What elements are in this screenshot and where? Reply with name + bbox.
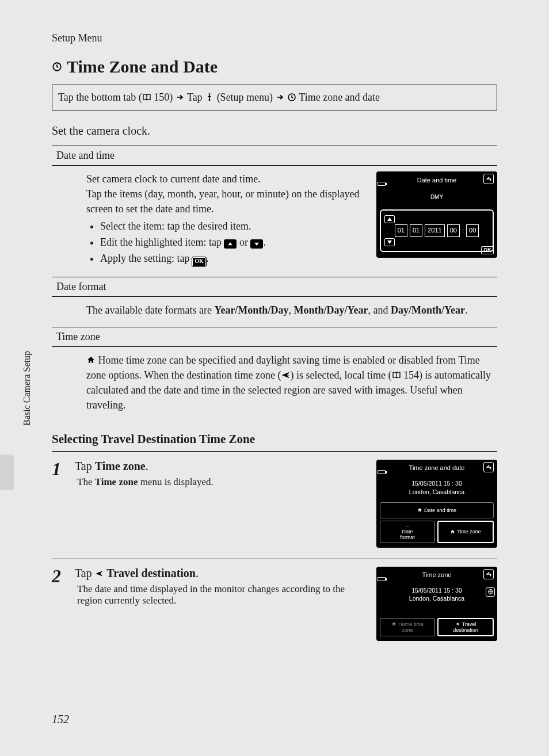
- back-icon: [483, 462, 494, 472]
- month-cell: 01: [410, 224, 422, 237]
- lcd-btn-date-time: Date and time: [380, 502, 494, 518]
- lcd-location: London, Casablanca: [380, 594, 494, 603]
- book-icon: [392, 371, 401, 380]
- step-2-desc: The date and time displayed in the monit…: [75, 583, 368, 606]
- ok-key-icon: OK: [192, 257, 206, 266]
- step-list: 1 Tap Time zone. The Time zone menu is d…: [52, 451, 497, 651]
- book-icon: [142, 93, 151, 102]
- arrow-right-icon: [176, 93, 185, 102]
- page-number: 152: [52, 713, 69, 726]
- section-date-format-head: Date format: [52, 277, 497, 297]
- step-2-title: Tap Travel destination.: [75, 567, 368, 580]
- manual-page: Basic Camera Setup Setup Menu Time Zone …: [0, 0, 549, 756]
- step-2: 2 Tap Travel destination. The date and t…: [52, 559, 497, 651]
- section-time-zone-body: Home time zone can be specified and dayl…: [52, 347, 497, 422]
- subheading: Selecting Travel Destination Time Zone: [52, 432, 497, 446]
- globe-icon: [486, 587, 495, 597]
- side-chapter-label: Basic Camera Setup: [22, 351, 32, 426]
- figure-travel-destination: Time zone 15/05/2011 15 : 30 London, Cas…: [376, 567, 497, 641]
- down-arrow-button: [384, 238, 395, 246]
- lcd-date-panel: 01 01 2011 00: 00: [380, 209, 494, 252]
- lcd-format-label: DMY: [380, 193, 494, 202]
- lcd-location: London, Casablanca: [380, 488, 494, 497]
- lcd-btn-home-time-zone: Home timezone: [380, 618, 435, 636]
- clock-icon: [287, 93, 296, 102]
- step-1-title: Tap Time zone.: [75, 460, 368, 473]
- lcd-title: Time zone: [422, 571, 452, 578]
- year-cell: 2011: [425, 224, 444, 237]
- plane-icon: [281, 371, 291, 380]
- battery-icon: [378, 470, 386, 474]
- side-thumb-tab: [0, 455, 14, 490]
- step-number: 2: [52, 567, 67, 585]
- plane-icon: [95, 569, 104, 578]
- back-icon: [483, 569, 494, 579]
- arrow-right-icon: [276, 93, 285, 102]
- lcd-datetime: 15/05/2011 15 : 30: [380, 586, 494, 595]
- section-date-time-head: Date and time: [52, 146, 497, 166]
- lcd-btn-date-format: --Dateformat: [380, 521, 435, 543]
- section-time-zone-head: Time zone: [52, 327, 497, 347]
- day-cell: 01: [395, 224, 407, 237]
- step-1: 1 Tap Time zone. The Time zone menu is d…: [52, 452, 497, 558]
- bullet-edit-item: Edit the highlighted item: tap or .: [100, 235, 365, 250]
- section-date-format-body: The available date formats are Year/Mont…: [52, 297, 497, 327]
- ok-button: OK: [481, 246, 494, 254]
- step-number: 1: [52, 460, 67, 478]
- bullet-apply: Apply the setting: tap OK.: [100, 251, 365, 266]
- minute-cell: 00: [466, 224, 479, 237]
- title-text: Time Zone and Date: [67, 57, 218, 77]
- battery-icon: [378, 182, 386, 186]
- intro-text: Set the camera clock.: [52, 124, 497, 138]
- clock-icon: [52, 62, 62, 72]
- up-arrow-button: [384, 215, 395, 223]
- lcd-title: Date and time: [417, 177, 456, 184]
- lcd-title: Time zone and date: [409, 464, 465, 471]
- bullet-select-item: Select the item: tap the desired item.: [100, 219, 365, 234]
- home-icon: [86, 356, 96, 365]
- lcd-btn-travel-destination: Traveldestination: [437, 618, 494, 636]
- figure-timezone-menu: Time zone and date 15/05/2011 15 : 30 Lo…: [376, 460, 497, 547]
- page-title: Time Zone and Date: [52, 57, 497, 77]
- back-icon: [483, 174, 494, 184]
- battery-icon: [378, 577, 386, 581]
- wrench-icon: [205, 93, 214, 102]
- down-key-icon: [250, 239, 263, 249]
- date-time-bullets: Select the item: tap the desired item. E…: [100, 219, 365, 266]
- hour-cell: 00: [447, 224, 460, 237]
- section-date-time-body: Set camera clock to current date and tim…: [52, 166, 497, 277]
- up-key-icon: [224, 239, 237, 249]
- lcd-datetime: 15/05/2011 15 : 30: [380, 479, 494, 488]
- breadcrumb: Setup Menu: [52, 32, 497, 44]
- lcd-btn-time-zone: Time zone: [437, 521, 494, 543]
- figure-date-time-screen: Date and time DMY 01 01 2011 00: 00 OK: [376, 171, 497, 258]
- navigation-path: Tap the bottom tab ( 150) Tap (Setup men…: [52, 85, 497, 110]
- step-1-desc: The Time zone menu is displayed.: [75, 476, 368, 488]
